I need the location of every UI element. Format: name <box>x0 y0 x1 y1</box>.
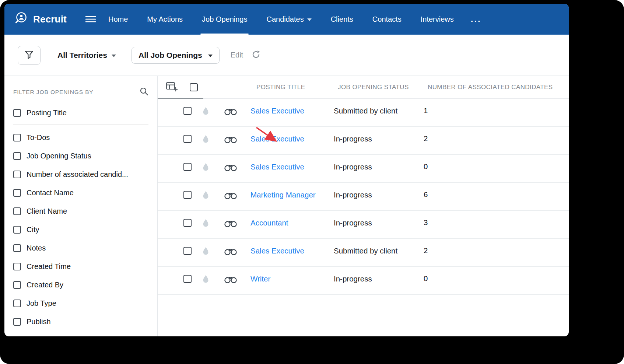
filter-checkbox[interactable] <box>13 263 21 270</box>
flame-icon <box>203 219 224 229</box>
table-row: Sales Executive In-progress 0 <box>158 155 569 183</box>
filter-option[interactable]: Number of associated candid... <box>13 165 148 183</box>
nav-item-label: Clients <box>331 15 353 24</box>
preview-binoculars-icon[interactable] <box>224 191 250 201</box>
preview-binoculars-icon[interactable] <box>224 219 250 229</box>
row-checkbox[interactable] <box>183 135 192 143</box>
table-row: Accountant In-progress 3 <box>158 211 569 239</box>
job-opening-status: In-progress <box>334 218 424 228</box>
nav-item-my-actions[interactable]: My Actions <box>147 4 183 35</box>
table-settings-icon[interactable] <box>166 81 178 93</box>
filter-option[interactable]: Contact Name <box>13 183 148 202</box>
filter-checkbox[interactable] <box>13 109 21 117</box>
job-opening-status: Submitted by client <box>334 246 424 256</box>
preview-binoculars-icon[interactable] <box>224 275 250 285</box>
filter-option[interactable]: Created By <box>13 276 148 294</box>
nav-item-job-openings[interactable]: Job Openings <box>202 4 247 35</box>
posting-title-link[interactable]: Sales Executive <box>250 246 334 256</box>
sidebar-header: FILTER JOB OPENINGS BY <box>13 87 148 104</box>
flame-icon <box>203 163 224 173</box>
job-openings-table: POSTING TITLE JOB OPENING STATUS NUMBER … <box>158 76 569 336</box>
filter-option-label: Created Time <box>27 262 71 271</box>
filter-checkbox[interactable] <box>13 134 21 141</box>
filter-checkbox[interactable] <box>13 152 21 160</box>
candidates-count: 2 <box>424 246 569 255</box>
refresh-icon <box>251 50 261 60</box>
main-nav: Home My Actions Job Openings Candidates … <box>108 4 454 35</box>
select-all-checkbox[interactable] <box>190 83 198 91</box>
nav-item-candidates[interactable]: Candidates <box>266 4 311 35</box>
table-row: Sales Executive Submitted by client 2 <box>158 239 569 267</box>
chevron-down-icon <box>112 55 116 57</box>
filter-option[interactable]: To-Dos <box>13 128 148 147</box>
nav-item-contacts[interactable]: Contacts <box>372 4 402 35</box>
flame-icon <box>203 247 224 257</box>
filter-option[interactable]: Created Time <box>13 257 148 276</box>
posting-title-link[interactable]: Sales Executive <box>250 162 334 172</box>
app-window: Recruit Home My Actions Job Openings Can… <box>4 4 569 336</box>
view-dropdown[interactable]: All Job Openings <box>132 47 220 64</box>
search-icon[interactable] <box>140 87 148 97</box>
filter-option[interactable]: Job Type <box>13 294 148 312</box>
refresh-button[interactable] <box>251 50 261 60</box>
hamburger-menu-icon[interactable] <box>85 4 96 35</box>
candidates-count: 6 <box>424 190 569 199</box>
filter-checkbox[interactable] <box>13 300 21 307</box>
filter-button[interactable] <box>18 46 41 65</box>
table-row: Marketing Manager In-progress 6 <box>158 183 569 211</box>
preview-binoculars-icon[interactable] <box>224 163 250 173</box>
row-checkbox[interactable] <box>183 107 192 115</box>
filter-option[interactable]: Client Name <box>13 202 148 220</box>
filter-option[interactable]: Notes <box>13 239 148 257</box>
nav-item-interviews[interactable]: Interviews <box>421 4 454 35</box>
filter-option[interactable]: City <box>13 220 148 239</box>
column-header-posting-title[interactable]: POSTING TITLE <box>256 84 305 91</box>
posting-title-link[interactable]: Accountant <box>250 218 334 228</box>
edit-button[interactable]: Edit <box>231 51 243 59</box>
column-header-candidates[interactable]: NUMBER OF ASSOCIATED CANDIDATES <box>428 84 553 91</box>
filter-checkbox[interactable] <box>13 171 21 178</box>
nav-item-home[interactable]: Home <box>108 4 128 35</box>
nav-item-label: Contacts <box>372 15 402 24</box>
filter-option[interactable]: Posting Title <box>13 104 148 125</box>
nav-item-clients[interactable]: Clients <box>331 4 353 35</box>
filter-checkbox[interactable] <box>13 207 21 215</box>
filter-checkbox[interactable] <box>13 226 21 234</box>
filter-checkbox[interactable] <box>13 281 21 289</box>
job-opening-status: In-progress <box>334 190 424 200</box>
table-body: Sales Executive Submitted by client 1 Sa… <box>158 99 569 336</box>
posting-title-link[interactable]: Writer <box>250 274 334 284</box>
posting-title-link[interactable]: Sales Executive <box>250 134 334 144</box>
territories-dropdown[interactable]: All Territories <box>57 51 116 60</box>
filter-option-label: Number of associated candid... <box>27 170 128 179</box>
nav-item-label: My Actions <box>147 15 183 24</box>
row-checkbox[interactable] <box>183 191 192 199</box>
filter-checkbox[interactable] <box>13 189 21 197</box>
filter-option[interactable]: Job Opening Status <box>13 147 148 165</box>
row-checkbox[interactable] <box>183 163 192 171</box>
nav-item-label: Candidates <box>266 15 304 24</box>
app-title: Recruit <box>33 14 67 25</box>
candidates-count: 2 <box>424 134 569 143</box>
row-checkbox[interactable] <box>183 219 192 227</box>
posting-title-link[interactable]: Marketing Manager <box>250 190 334 200</box>
filter-checkbox[interactable] <box>13 318 21 326</box>
sidebar-title: FILTER JOB OPENINGS BY <box>13 89 94 95</box>
preview-binoculars-icon[interactable] <box>224 135 250 145</box>
screenshot-frame: Recruit Home My Actions Job Openings Can… <box>0 0 624 364</box>
filter-list: Posting Title To-Dos Job Opening Status … <box>13 104 148 331</box>
nav-item-label: Job Openings <box>202 15 247 24</box>
list-toolbar: All Territories All Job Openings Edit <box>4 35 569 76</box>
more-menu-button[interactable]: ... <box>471 4 481 35</box>
filter-option[interactable]: Publish <box>13 312 148 331</box>
row-checkbox[interactable] <box>183 247 192 255</box>
row-checkbox[interactable] <box>183 275 192 283</box>
posting-title-link[interactable]: Sales Executive <box>250 106 334 116</box>
table-row: Sales Executive Submitted by client 1 <box>158 99 569 127</box>
filter-checkbox[interactable] <box>13 244 21 252</box>
column-header-status[interactable]: JOB OPENING STATUS <box>338 84 409 91</box>
preview-binoculars-icon[interactable] <box>224 247 250 257</box>
flame-icon <box>203 135 224 145</box>
job-opening-status: In-progress <box>334 274 424 284</box>
preview-binoculars-icon[interactable] <box>224 107 250 117</box>
